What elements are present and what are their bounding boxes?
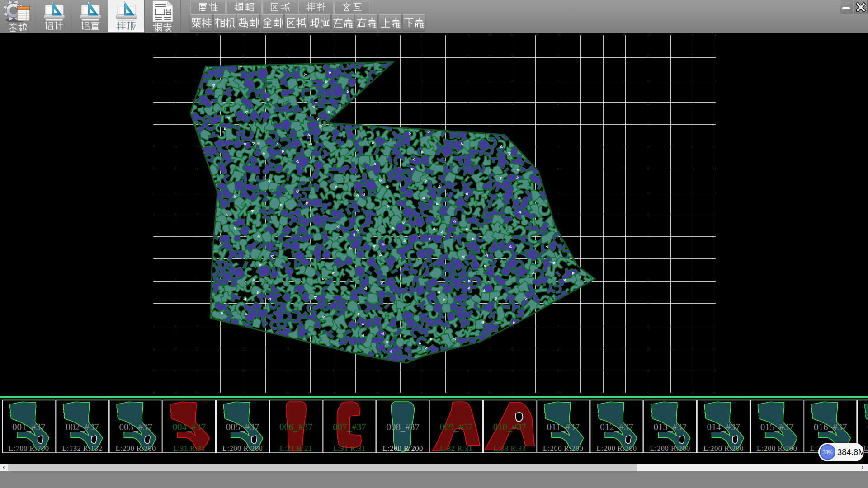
svg-text:014_#37: 014_#37 bbox=[707, 422, 741, 432]
svg-text:008_#37: 008_#37 bbox=[386, 422, 420, 432]
svg-text:011_#37: 011_#37 bbox=[547, 422, 580, 432]
svg-text:L:200 R:200: L:200 R:200 bbox=[115, 444, 156, 453]
svg-text:L:200 R:200: L:200 R:200 bbox=[757, 444, 797, 453]
svg-text:L:21 R:21: L:21 R:21 bbox=[280, 444, 312, 453]
svg-text:010_#37: 010_#37 bbox=[493, 422, 527, 432]
svg-text:009_#37: 009_#37 bbox=[440, 422, 473, 432]
svg-text:L:132 R:132: L:132 R:132 bbox=[62, 444, 102, 453]
svg-text:013_#37: 013_#37 bbox=[653, 422, 687, 432]
svg-text:006_#37: 006_#37 bbox=[279, 422, 313, 432]
svg-text:003_#37: 003_#37 bbox=[119, 422, 152, 432]
svg-text:016_#37: 016_#37 bbox=[814, 422, 847, 432]
svg-text:004_#37: 004_#37 bbox=[173, 422, 206, 432]
svg-text:L:31 R:31: L:31 R:31 bbox=[333, 444, 366, 453]
svg-text:012_#37: 012_#37 bbox=[600, 422, 633, 432]
svg-text:001_#37: 001_#37 bbox=[12, 422, 46, 432]
svg-text:L:200 R:200: L:200 R:200 bbox=[382, 444, 423, 453]
svg-text:005_#37: 005_#37 bbox=[226, 422, 259, 432]
svg-text:L:31 R:31: L:31 R:31 bbox=[173, 444, 205, 453]
svg-text:L:200 R:200: L:200 R:200 bbox=[703, 444, 744, 453]
svg-text:L:33 R:33: L:33 R:33 bbox=[494, 444, 526, 453]
svg-text:002_#37: 002_#37 bbox=[66, 422, 99, 432]
svg-text:L:32 R:31: L:32 R:31 bbox=[440, 444, 472, 453]
svg-text:L:700 R:700: L:700 R:700 bbox=[9, 444, 49, 453]
svg-text:015_#37: 015_#37 bbox=[760, 422, 794, 432]
svg-text:007_#37: 007_#37 bbox=[333, 422, 366, 432]
svg-text:L:200 R:200: L:200 R:200 bbox=[543, 444, 583, 453]
svg-text:L:200 R:200: L:200 R:200 bbox=[222, 444, 263, 453]
svg-text:L:200 R:200: L:200 R:200 bbox=[596, 444, 637, 453]
svg-text:L:200 R:200: L:200 R:200 bbox=[650, 444, 690, 453]
